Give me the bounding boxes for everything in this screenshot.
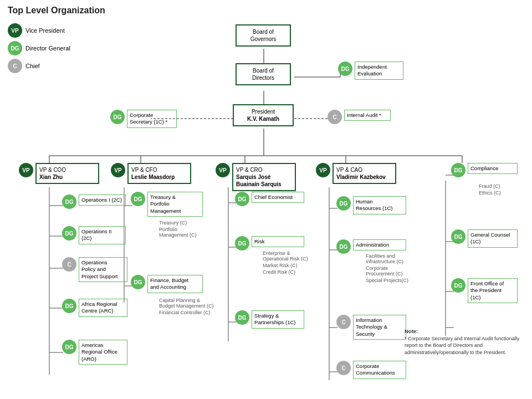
operations2-node: DG Operations II (2C) xyxy=(62,226,126,244)
board-directors-label: Board ofDirectors xyxy=(252,68,274,81)
risk-dg-badge: DG xyxy=(235,236,249,250)
page-title: Top Level Organization xyxy=(8,6,524,16)
admin-node: DG Administration xyxy=(336,239,406,254)
fraud-item: Fraud (C) Ethics (C) xyxy=(474,183,501,196)
ops-policy-node: C OperationsPolicy andProject Support xyxy=(62,257,127,282)
board-governors-node: Board ofGovernors xyxy=(236,24,291,47)
treasury-dg-badge: DG xyxy=(131,192,145,206)
risk-node: DG Risk xyxy=(235,236,304,250)
note-text: * Corporate Secretary and Internal Audit… xyxy=(405,336,519,355)
independent-eval-label: IndependentEvaluation xyxy=(355,62,403,80)
general-counsel-dg-badge: DG xyxy=(451,229,466,244)
org-chart: Board ofGovernors Board ofDirectors DG I… xyxy=(8,20,523,397)
vp-cfo-badge: VP xyxy=(111,163,125,177)
hr-dg-badge: DG xyxy=(336,196,351,211)
treasury-node: DG Treasury &PortfolioManagement xyxy=(131,192,203,217)
ops-policy-label: OperationsPolicy andProject Support xyxy=(79,257,127,282)
ops1-dg-badge: DG xyxy=(62,195,76,209)
vp-cro-node: VP VP & CROSarquis JoséBuainain Sarquis xyxy=(216,163,296,193)
page: Top Level Organization VP Vice President… xyxy=(0,0,532,399)
admin-label: Administration xyxy=(353,239,406,250)
risk-sub3: Credit Risk (C) xyxy=(263,269,308,275)
strategy-dg-badge: DG xyxy=(235,310,249,325)
it-security-label: InformationTechnology &Security xyxy=(353,315,406,340)
africa-label: Africa RegionalCentre (ARC) xyxy=(79,299,127,317)
vp-coo-badge: VP xyxy=(19,163,33,177)
vp-cfo-box: VP & CFOLeslie Maasdorp xyxy=(127,163,191,184)
vp-coo-node: VP VP & COOXian Zhu xyxy=(19,163,99,186)
president-title-label: PresidentK.V. Kamath xyxy=(247,109,279,122)
internal-audit-label: Internal Audit * xyxy=(344,110,391,121)
strategy-label: Strategy &Partnerships (1C) xyxy=(252,310,304,329)
admin-sub3: Special Projects(C) xyxy=(366,277,408,284)
risk-sub1: Enterprise &Operational Risk (C) xyxy=(263,250,308,262)
ethics-label: Ethics (C) xyxy=(479,190,501,196)
front-office-dg-badge: DG xyxy=(451,278,466,293)
board-governors-label: Board ofGovernors xyxy=(250,29,277,42)
americas-label: AmericasRegional Office(ARO) xyxy=(79,340,127,365)
treasury-sub1: Treasury (C) xyxy=(159,219,197,226)
ops1-label: Operations I (2C) xyxy=(79,195,126,206)
front-office-label: Front Office ofthe President(1C) xyxy=(468,278,518,303)
africa-node: DG Africa RegionalCentre (ARC) xyxy=(62,299,127,317)
finance-node: DG Finance, Budgetand Accounting xyxy=(131,275,203,293)
note-title: Note: xyxy=(405,328,418,334)
chief-economist-node: DG Chief Economist xyxy=(235,192,304,206)
strategy-node: DG Strategy &Partnerships (1C) xyxy=(235,310,304,329)
independent-eval-dg-badge: DG xyxy=(338,62,352,76)
vp-cao-badge: VP xyxy=(316,163,330,177)
americas-node: DG AmericasRegional Office(ARO) xyxy=(62,340,127,365)
finance-subs: Capital Planning &Budget Management (C) … xyxy=(155,297,214,316)
treasury-sub2: PortfolioManagement (C) xyxy=(159,226,197,238)
chief-economist-dg-badge: DG xyxy=(235,192,249,206)
finance-label: Finance, Budgetand Accounting xyxy=(147,275,203,293)
treasury-label: Treasury &PortfolioManagement xyxy=(147,192,203,217)
ops2-dg-badge: DG xyxy=(62,226,76,241)
hr-label: HumanResources (1C) xyxy=(353,196,406,214)
internal-audit-c-badge: C xyxy=(328,110,342,124)
ops2-label: Operations II (2C) xyxy=(79,226,126,244)
compliance-dg-badge: DG xyxy=(451,163,466,177)
risk-subs: Enterprise &Operational Risk (C) Market … xyxy=(258,250,308,275)
finance-sub2: Financial Controller (C) xyxy=(159,309,214,316)
corp-comms-c-badge: C xyxy=(336,361,351,375)
general-counsel-label: General Counsel(1C) xyxy=(468,229,518,248)
vp-coo-box: VP & COOXian Zhu xyxy=(35,163,99,184)
treasury-subs: Treasury (C) PortfolioManagement (C) xyxy=(155,219,197,238)
vp-cao-node: VP VP & CAOVladimir Kazbekov xyxy=(316,163,396,186)
it-security-c-badge: C xyxy=(336,315,351,329)
admin-subs: Facilities andInfrastructure (C) Corpora… xyxy=(361,253,408,284)
corp-comms-label: CorporateCommunications xyxy=(353,361,406,379)
admin-dg-badge: DG xyxy=(336,239,351,254)
corp-secretary-dg-badge: DG xyxy=(110,110,125,124)
board-directors-node: Board ofDirectors xyxy=(236,63,291,85)
internal-audit-node: C Internal Audit * xyxy=(328,110,391,124)
finance-dg-badge: DG xyxy=(131,275,145,289)
corporate-secretary-node: DG CorporateSecretary (1C) * xyxy=(110,110,177,128)
americas-dg-badge: DG xyxy=(62,340,76,354)
corp-secretary-label: CorporateSecretary (1C) * xyxy=(127,110,177,128)
compliance-node: DG Compliance xyxy=(451,163,518,180)
africa-dg-badge: DG xyxy=(62,299,76,313)
front-office-node: DG Front Office ofthe President(1C) xyxy=(451,278,518,303)
admin-sub2: CorporateProcurement (C) xyxy=(366,265,408,277)
vp-cfo-node: VP VP & CFOLeslie Maasdorp xyxy=(111,163,191,186)
ops-policy-c-badge: C xyxy=(62,257,76,272)
risk-sub2: Market Risk (C) xyxy=(263,262,308,269)
vp-cao-box: VP & CAOVladimir Kazbekov xyxy=(332,163,396,184)
corp-comms-node: C CorporateCommunications xyxy=(336,361,406,379)
finance-sub1: Capital Planning &Budget Management (C) xyxy=(159,297,214,309)
risk-label: Risk xyxy=(252,236,304,247)
note-box: Note: * Corporate Secretary and Internal… xyxy=(405,328,521,356)
president-node: PresidentK.V. Kamath xyxy=(233,104,294,126)
chief-economist-label: Chief Economist xyxy=(252,192,304,203)
fraud-label: Fraud (C) xyxy=(479,183,501,190)
vp-cro-box: VP & CROSarquis JoséBuainain Sarquis xyxy=(232,163,296,191)
compliance-label: Compliance xyxy=(468,163,518,174)
general-counsel-node: DG General Counsel(1C) xyxy=(451,229,518,248)
it-security-node: C InformationTechnology &Security xyxy=(336,315,406,340)
vp-cro-badge: VP xyxy=(216,163,230,177)
hr-node: DG HumanResources (1C) xyxy=(336,196,406,214)
independent-eval-node: DG IndependentEvaluation xyxy=(338,62,403,80)
admin-sub1: Facilities andInfrastructure (C) xyxy=(366,253,408,265)
